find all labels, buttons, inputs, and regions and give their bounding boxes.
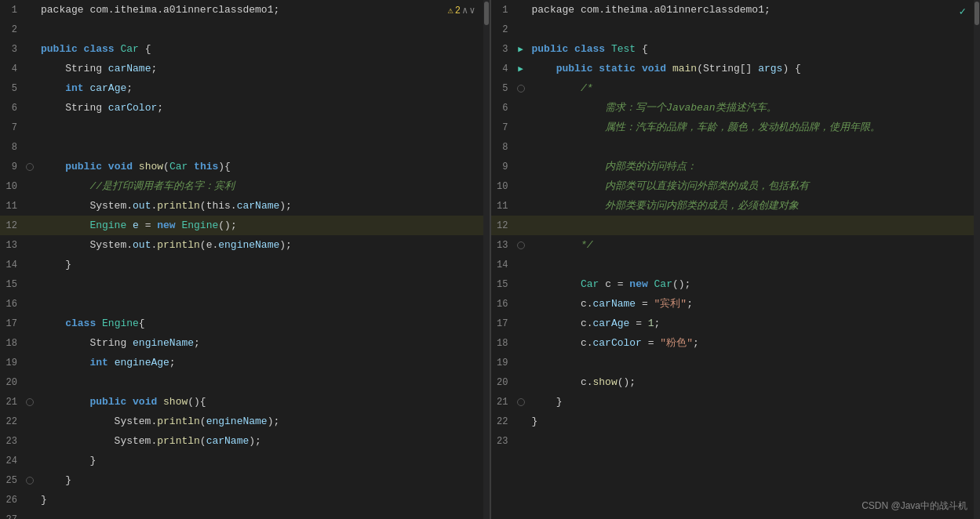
line-row: 3▶public class Test {	[491, 39, 981, 59]
line-number: 8	[491, 142, 513, 153]
token	[41, 396, 89, 408]
line-row: 9 public void show(Car this){	[0, 157, 490, 176]
token: 内部类的访问特点：	[532, 161, 698, 172]
line-number: 2	[0, 24, 22, 35]
line-number: 20	[0, 377, 22, 388]
token: (){	[188, 396, 206, 408]
token: carColor	[108, 102, 157, 114]
line-number: 5	[491, 83, 513, 94]
token: engineName	[218, 239, 279, 251]
code-content	[38, 274, 490, 294]
token: ;	[157, 102, 163, 114]
line-icons	[22, 477, 38, 485]
line-number: 27	[0, 514, 22, 520]
watermark-text: CSDN @Java中的战斗机	[862, 499, 967, 513]
caret-down[interactable]: ∨	[469, 5, 475, 16]
line-row: 27	[0, 510, 490, 519]
line-number: 9	[491, 162, 513, 172]
line-row: 11 外部类要访问内部类的成员，必须创建对象	[491, 196, 981, 216]
token: class	[84, 43, 121, 55]
right-scroll[interactable]	[974, 0, 980, 519]
token: c.	[532, 318, 593, 329]
line-number: 24	[0, 455, 22, 466]
token: 1	[648, 318, 654, 329]
token	[532, 278, 581, 290]
line-number: 17	[0, 318, 22, 329]
line-row: 10 内部类可以直接访问外部类的成员，包括私有	[491, 176, 981, 196]
line-row: 16	[0, 294, 490, 314]
token	[41, 318, 65, 329]
run-icon[interactable]: ▶	[518, 44, 523, 54]
code-content: }	[529, 392, 981, 412]
breakpoint-icon[interactable]	[517, 398, 525, 406]
token: c =	[599, 278, 629, 290]
breakpoint-icon[interactable]	[26, 163, 34, 171]
code-content: package com.itheima.a01innerclassdemo1;	[38, 0, 490, 20]
line-row: 23	[491, 431, 981, 451]
breakpoint-icon[interactable]	[26, 398, 34, 406]
code-content: /*	[529, 78, 981, 98]
line-row: 11 System.out.println(this.carName);	[0, 196, 490, 216]
line-number: 4	[0, 64, 22, 74]
line-number: 19	[491, 357, 513, 368]
code-content: public void show(){	[38, 392, 490, 412]
line-number: 20	[491, 377, 513, 388]
token	[532, 63, 556, 74]
token: engineName	[133, 337, 194, 349]
token: //是打印调用者车的名字：宾利	[41, 180, 235, 192]
editor-container: 1package com.itheima.a01innerclassdemo1;…	[0, 0, 980, 519]
token: }	[41, 474, 71, 486]
line-number: 22	[491, 416, 513, 427]
token: String	[41, 102, 108, 114]
token: carName	[206, 435, 250, 447]
line-row: 10 //是打印调用者车的名字：宾利	[0, 176, 490, 196]
token: ();	[618, 376, 636, 388]
code-content: c.carAge = 1;	[529, 314, 981, 333]
code-content	[529, 353, 981, 372]
token: String	[41, 337, 133, 349]
token: ) {	[782, 63, 800, 74]
token: }	[41, 259, 71, 270]
line-row: 4 String carName;	[0, 59, 490, 78]
line-number: 23	[0, 436, 22, 447]
token: Car	[654, 278, 672, 290]
line-number: 16	[0, 299, 22, 310]
line-row: 12 Engine e = new Engine();	[0, 216, 490, 235]
line-row: 13 System.out.println(e.engineName);	[0, 235, 490, 255]
run-icon[interactable]: ▶	[518, 64, 523, 74]
token: ;	[169, 357, 176, 368]
code-content: String carColor;	[38, 98, 490, 118]
breakpoint-icon[interactable]	[26, 477, 34, 485]
line-number: 14	[0, 260, 22, 270]
code-content: */	[529, 235, 981, 255]
code-content	[529, 137, 981, 157]
line-number: 3	[491, 44, 513, 55]
token: =	[629, 318, 647, 329]
token: println	[157, 239, 200, 251]
token: Engine	[181, 220, 218, 231]
token: }	[41, 455, 96, 466]
line-row: 20	[0, 372, 490, 392]
code-content: }	[529, 412, 981, 431]
token: (String[]	[697, 63, 758, 74]
breakpoint-icon[interactable]	[517, 241, 525, 249]
token: carAge	[89, 82, 126, 94]
token: String	[41, 63, 108, 74]
caret-up[interactable]: ∧	[462, 5, 468, 16]
token: show	[163, 396, 188, 408]
token: args	[758, 63, 782, 74]
code-content: //是打印调用者车的名字：宾利	[38, 176, 490, 196]
code-content: int engineAge;	[38, 353, 490, 372]
line-number: 1	[0, 5, 22, 16]
token: public	[532, 43, 575, 55]
line-number: 16	[491, 299, 513, 310]
left-scroll[interactable]	[483, 0, 490, 519]
right-code-lines: 1package com.itheima.a01innerclassdemo1;…	[491, 0, 981, 519]
line-number: 7	[0, 122, 22, 133]
line-icons	[513, 398, 529, 406]
code-content: Engine e = new Engine();	[38, 216, 490, 235]
breakpoint-icon[interactable]	[517, 85, 525, 93]
token: show	[139, 161, 163, 172]
line-row: 15 Car c = new Car();	[491, 274, 981, 294]
line-number: 5	[0, 83, 22, 94]
